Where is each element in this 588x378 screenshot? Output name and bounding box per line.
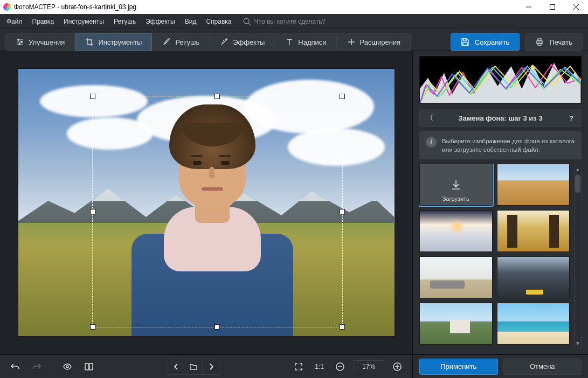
window-titlebar: ФотоМАСТЕР - ubrat-fon-s-kartinki_03.jpg [0,0,588,14]
download-icon [450,179,462,191]
save-button[interactable]: Сохранить [451,33,520,51]
background-tile-town[interactable] [419,303,493,345]
tab-text[interactable]: Надписи [275,33,336,51]
zoom-ratio-label[interactable]: 1:1 [312,363,327,370]
cancel-button[interactable]: Отмена [503,359,582,375]
tab-tools[interactable]: Инструменты [75,33,152,51]
crop-icon [85,38,94,46]
background-tile-room[interactable] [419,256,493,298]
svg-line-5 [248,23,251,25]
search-icon [243,17,251,26]
right-panel: 〈 Замена фона: шаг 3 из 3 ? i Выберите и… [413,51,588,378]
wand-icon [220,38,229,46]
print-button-label: Печать [549,38,572,46]
crop-handle[interactable] [215,94,220,99]
background-tile-desert[interactable] [497,164,570,206]
svg-point-11 [19,44,20,45]
save-icon [461,38,469,46]
close-button[interactable] [564,0,588,14]
next-image-button[interactable] [203,359,220,374]
panel-footer: Применить Отмена [413,354,588,378]
crop-handle[interactable] [215,324,220,330]
menu-search[interactable]: Что вы хотите сделать? [243,17,326,26]
crop-handle[interactable] [340,94,345,99]
tab-extensions-label: Расширения [360,38,401,46]
fit-screen-button[interactable] [290,359,307,374]
upload-label: Загрузить [420,195,492,202]
canvas[interactable] [0,51,412,354]
tab-retouch[interactable]: Ретушь [152,33,210,51]
tab-extensions[interactable]: Расширения [337,33,411,51]
crop-handle[interactable] [90,324,95,330]
svg-point-19 [66,366,68,368]
menu-view[interactable]: Вид [183,16,199,27]
svg-rect-1 [550,5,555,10]
apply-button[interactable]: Применить [419,359,498,375]
info-icon: i [426,137,437,148]
text-icon [285,38,294,46]
panel-info-text: Выберите изображение для фона из каталог… [442,137,575,154]
panel-header: 〈 Замена фона: шаг 3 из 3 ? [419,109,582,127]
tab-retouch-label: Ретушь [175,38,199,46]
menu-edit[interactable]: Правка [30,16,57,27]
background-tile-winter[interactable] [419,210,493,252]
plus-icon [347,38,356,46]
upload-background-tile[interactable]: Загрузить [419,164,493,206]
menu-effects[interactable]: Эффекты [143,16,177,27]
zoom-in-button[interactable] [389,359,406,374]
svg-point-10 [21,41,23,43]
zoom-value[interactable]: 17% [353,360,384,373]
scroll-up-icon[interactable]: ▲ [575,166,580,172]
scroll-down-icon[interactable]: ▼ [575,340,580,346]
redo-button[interactable] [28,359,45,374]
undo-button[interactable] [6,359,24,374]
menu-tools[interactable]: Инструменты [61,16,106,27]
crop-handle[interactable] [90,209,95,214]
tab-text-label: Надписи [298,38,326,46]
panel-info: i Выберите изображение для фона из катал… [419,131,582,159]
print-button[interactable]: Печать [525,33,583,51]
tab-enhance[interactable]: Улучшения [5,33,75,51]
menu-file[interactable]: Файл [4,16,25,27]
zoom-out-button[interactable] [331,359,349,374]
tab-effects[interactable]: Эффекты [210,33,275,51]
tool-tabs: Улучшения Инструменты Ретушь Эффекты Над… [0,29,588,51]
background-tile-autumn[interactable] [497,210,570,252]
brush-icon [162,38,171,46]
menu-retouch[interactable]: Ретушь [112,16,138,27]
tab-enhance-label: Улучшения [29,38,65,46]
crop-handle[interactable] [340,324,345,330]
background-thumbnails: Загрузить [419,164,570,349]
menu-help[interactable]: Справка [204,16,233,27]
window-title: ФотоМАСТЕР - ubrat-fon-s-kartinki_03.jpg [14,3,136,11]
cancel-button-label: Отмена [530,362,555,370]
panel-title: Замена фона: шаг 3 из 3 [458,114,542,122]
crop-frame[interactable] [92,96,343,327]
canvas-toolbar: 1:1 17% [0,354,412,378]
toggle-preview-button[interactable] [59,359,76,374]
svg-rect-21 [89,363,93,370]
help-button[interactable]: ? [567,114,576,122]
back-step-button[interactable]: 〈 [425,113,434,123]
svg-rect-15 [463,43,467,45]
svg-rect-17 [538,39,541,41]
histogram [419,56,582,103]
maximize-button[interactable] [541,0,564,14]
open-folder-button[interactable] [185,359,203,374]
scroll-knob[interactable] [575,174,580,193]
crop-handle[interactable] [340,209,345,214]
save-button-label: Сохранить [475,38,510,46]
tab-tools-label: Инструменты [98,38,142,46]
sliders-icon [16,38,24,46]
photo-preview[interactable] [18,68,395,337]
background-tile-beach[interactable] [497,303,570,345]
crop-handle[interactable] [90,94,95,99]
background-tile-city[interactable] [497,256,570,298]
compare-button[interactable] [80,359,98,374]
prev-image-button[interactable] [168,359,185,374]
thumbnails-scrollbar[interactable]: ▲ ▼ [574,164,582,349]
app-logo-icon [3,3,11,11]
svg-point-9 [18,39,19,41]
minimize-button[interactable] [517,0,541,14]
svg-rect-14 [464,39,466,41]
